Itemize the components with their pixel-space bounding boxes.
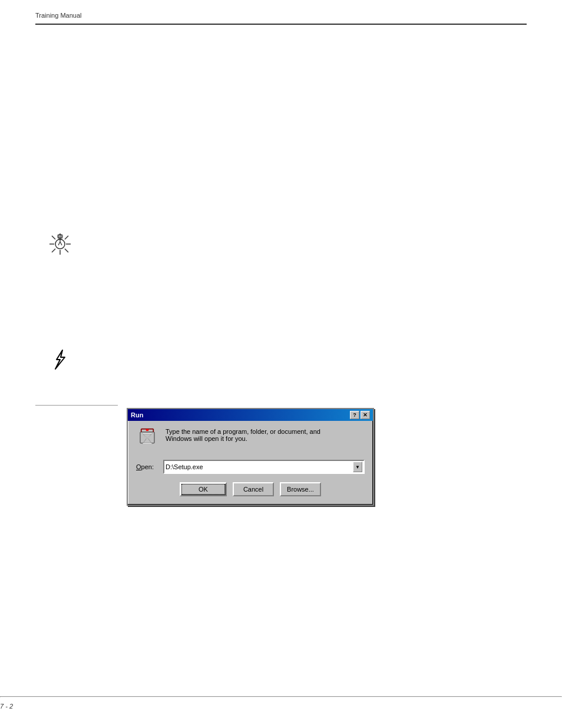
dialog-description: Type the name of a program, folder, or d…	[166, 428, 320, 442]
close-button[interactable]: ✕	[361, 411, 370, 419]
run-dialog: Run ? ✕	[127, 408, 374, 506]
page-header: Training Manual	[35, 12, 527, 19]
svg-line-8	[52, 249, 55, 252]
open-label: Open:	[136, 463, 158, 470]
dialog-title: Run	[131, 411, 143, 419]
cancel-button[interactable]: Cancel	[233, 482, 274, 496]
dialog-titlebar: Run ? ✕	[128, 409, 373, 421]
svg-line-14	[58, 242, 60, 245]
lightning-icon-area	[52, 349, 67, 372]
dialog-body: Type the name of a program, folder, or d…	[128, 421, 373, 505]
sun-icon-area	[47, 231, 73, 259]
dialog-content-row: Type the name of a program, folder, or d…	[136, 428, 365, 453]
dropdown-button[interactable]: ▼	[353, 462, 362, 472]
description-line2: Windows will open it for you.	[166, 435, 320, 442]
svg-line-15	[60, 242, 62, 245]
ok-button[interactable]: OK	[180, 482, 227, 496]
run-dialog-area: Run ? ✕	[127, 408, 374, 506]
open-input-row: Open: ▼	[136, 460, 365, 474]
footer-area: 7 - 2	[0, 696, 562, 710]
lightning-icon	[52, 349, 67, 370]
open-input[interactable]	[166, 463, 353, 470]
sun-icon	[47, 231, 73, 257]
section-divider	[35, 405, 118, 406]
input-container[interactable]: ▼	[163, 460, 365, 474]
page-number: 7 - 2	[0, 703, 13, 710]
svg-line-7	[65, 236, 68, 239]
svg-line-5	[52, 236, 55, 239]
run-icon	[136, 428, 158, 453]
dialog-buttons-row: OK Cancel Browse...	[136, 482, 365, 496]
svg-line-6	[65, 249, 68, 252]
footer-divider	[0, 696, 562, 697]
content-area: Run ? ✕	[35, 37, 527, 567]
browse-button[interactable]: Browse...	[280, 482, 321, 496]
svg-point-23	[146, 429, 148, 431]
hourglass-svg-icon	[138, 428, 157, 449]
help-button[interactable]: ?	[350, 411, 359, 419]
header-rule	[35, 24, 527, 25]
window-controls: ? ✕	[350, 411, 370, 419]
page-container: Training Manual	[0, 0, 562, 728]
description-line1: Type the name of a program, folder, or d…	[166, 428, 320, 435]
